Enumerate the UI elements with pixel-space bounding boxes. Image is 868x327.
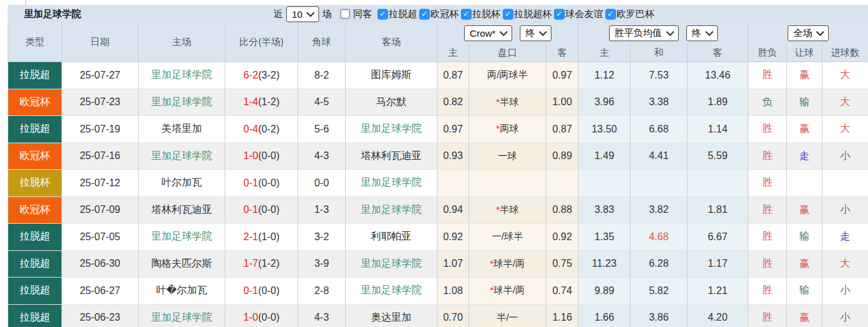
league-filter[interactable]: ✓ 欧罗巴杯	[605, 8, 655, 20]
league-filter[interactable]: ✓ 拉脱超	[377, 8, 417, 20]
avg-away-cell: 1.21	[688, 278, 748, 305]
handicap-cell: 一/球半	[469, 224, 546, 251]
odds-home-cell: 0.70	[437, 304, 469, 327]
fulltime-score: 1-7	[244, 258, 258, 269]
checkbox-checked-icon[interactable]: ✓	[377, 9, 388, 20]
odds-away-cell: 0.75	[546, 250, 579, 278]
competition-badge: 拉脱超	[8, 305, 61, 327]
odds-away-cell: 0.74	[546, 278, 579, 305]
competition-cell: 拉脱超	[8, 250, 62, 278]
home-team-cell: 塔林利瓦迪亚	[139, 196, 225, 224]
scope-value: 全场	[793, 27, 812, 39]
corner-cell: 2-8	[298, 278, 346, 305]
odds-home-cell	[437, 170, 469, 197]
league-filter[interactable]: ✓ 球会友谊	[554, 8, 603, 20]
checkbox-checked-icon[interactable]: ✓	[461, 9, 472, 20]
league-filter-label: 拉脱超杯	[514, 8, 552, 20]
result-goals-cell: 大	[822, 116, 868, 143]
result-goals-cell: 大	[822, 89, 868, 116]
avg-away-cell	[688, 170, 748, 197]
away-team-cell: 里加足球学院	[346, 170, 437, 197]
league-filter-label: 拉脱超	[389, 8, 417, 20]
avg-home-cell: 1.66	[579, 304, 631, 327]
competition-cell: 拉脱超	[8, 278, 62, 305]
fulltime-score: 6-2	[244, 70, 258, 80]
league-filter-label: 拉脱杯	[472, 8, 501, 20]
result-goals-cell: 小	[822, 278, 868, 305]
league-filter-label: 欧罗巴杯	[617, 8, 655, 20]
same-opponent-checkbox[interactable]	[340, 9, 350, 19]
competition-badge: 拉脱超	[8, 224, 61, 250]
avg-home-cell: 9.89	[579, 278, 631, 305]
result-handicap-cell: 走	[787, 143, 822, 170]
result-handicap-cell: 输	[787, 89, 822, 116]
away-team-cell: 塔林利瓦迪亚	[346, 143, 437, 170]
same-opponent-label: 同客	[353, 8, 372, 20]
avg-away-cell: 5.59	[688, 143, 748, 170]
avg-draw-cell: 4.68	[631, 224, 688, 251]
league-filter[interactable]: ✓ 拉脱杯	[461, 8, 501, 20]
competition-badge: 欧冠杯	[8, 89, 61, 116]
handicap-text: 两/两球半	[487, 69, 527, 80]
competition-cell: 欧冠杯	[8, 143, 62, 170]
avg-time-select[interactable]: 终	[686, 25, 718, 41]
table-row: 拉脱超 25-06-27 叶�尔加瓦 0-1(0-0) 2-8 里加足球学院 1…	[8, 278, 868, 305]
checkbox-checked-icon[interactable]: ✓	[419, 9, 430, 20]
result-wdl-cell: 胜	[748, 278, 787, 305]
subheader-result-handicap: 让球	[787, 44, 822, 62]
date-cell: 25-07-19	[62, 116, 139, 143]
matches-label: 场	[322, 8, 332, 20]
header-away: 客场	[346, 23, 437, 62]
fulltime-score: 2-1	[244, 231, 258, 242]
handicap-cell: *半球	[469, 89, 546, 116]
home-team-cell: 陶格夫匹尔斯	[139, 250, 225, 278]
date-cell: 25-07-27	[62, 62, 139, 89]
league-filter[interactable]: ✓ 欧冠杯	[419, 8, 459, 20]
result-handicap-cell: 输	[787, 278, 822, 305]
home-team-cell: 里加足球学院	[139, 89, 225, 116]
subheader-avg-away: 客	[688, 44, 748, 62]
odds-home-cell: 0.94	[437, 196, 469, 224]
checkbox-checked-icon[interactable]: ✓	[554, 9, 565, 20]
competition-badge: 欧冠杯	[8, 143, 61, 170]
odds-home-cell: 1.08	[437, 278, 469, 305]
filter-controls: 近 10 场 同客 ✓ 拉脱超 ✓ 欧冠杯 ✓ 拉脱杯 ✓ 拉脱超杯 ✓	[274, 5, 655, 23]
avg-away-cell: 1.14	[688, 116, 748, 143]
avg-draw-cell: 3.86	[631, 304, 688, 327]
result-wdl-cell: 胜	[748, 143, 787, 170]
handicap-text: 半球	[500, 204, 519, 215]
score-cell: 1-0(0-0)	[225, 143, 298, 170]
recent-count-select[interactable]: 10	[286, 6, 319, 22]
matches-table: 类型 日期 主场 比分(半场) 角球 客场 Crow* 终	[8, 23, 868, 327]
score-cell: 1-4(1-2)	[225, 89, 298, 116]
corner-cell: 3-9	[298, 250, 346, 278]
handicap-text: 两球	[500, 123, 519, 134]
chevron-down-icon	[816, 28, 824, 36]
scope-select[interactable]: 全场	[788, 25, 829, 41]
result-wdl-cell: 负	[748, 89, 787, 116]
avg-type-select[interactable]: 胜平负均值	[609, 25, 679, 41]
halftime-score: (0-0)	[258, 312, 280, 323]
fulltime-score: 0-1	[244, 204, 258, 215]
league-filter-label: 欧冠杯	[431, 8, 459, 20]
check-icon: ✓	[463, 10, 469, 18]
handicap-cell	[469, 170, 546, 197]
odds-provider-select[interactable]: Crow*	[464, 25, 512, 41]
recent-count-value: 10	[292, 9, 303, 20]
away-team-cell: 奥达里加	[346, 304, 437, 327]
competition-cell: 拉脱杯	[8, 170, 62, 197]
odds-time-value: 终	[525, 27, 535, 39]
home-team-cell: 里加足球学院	[139, 143, 225, 170]
odds-time-select[interactable]: 终	[520, 25, 551, 41]
handicap-cell: 一球	[469, 143, 546, 170]
halftime-score: (1-0)	[258, 231, 280, 242]
result-goals-cell: 走	[822, 224, 868, 251]
checkbox-checked-icon[interactable]: ✓	[503, 9, 513, 20]
corner-cell: 4-5	[298, 89, 346, 116]
league-filter[interactable]: ✓ 拉脱超杯	[503, 8, 552, 20]
table-row: 拉脱杯 25-07-12 叶尔加瓦 0-1(0-0) 0-0 里加足球学院 胜	[8, 170, 868, 197]
fulltime-score: 1-0	[244, 312, 258, 323]
date-cell: 25-07-09	[62, 196, 139, 224]
checkbox-checked-icon[interactable]: ✓	[605, 9, 616, 20]
league-filters: ✓ 拉脱超 ✓ 欧冠杯 ✓ 拉脱杯 ✓ 拉脱超杯 ✓ 球会友谊 ✓ 欧罗巴杯	[375, 8, 655, 20]
